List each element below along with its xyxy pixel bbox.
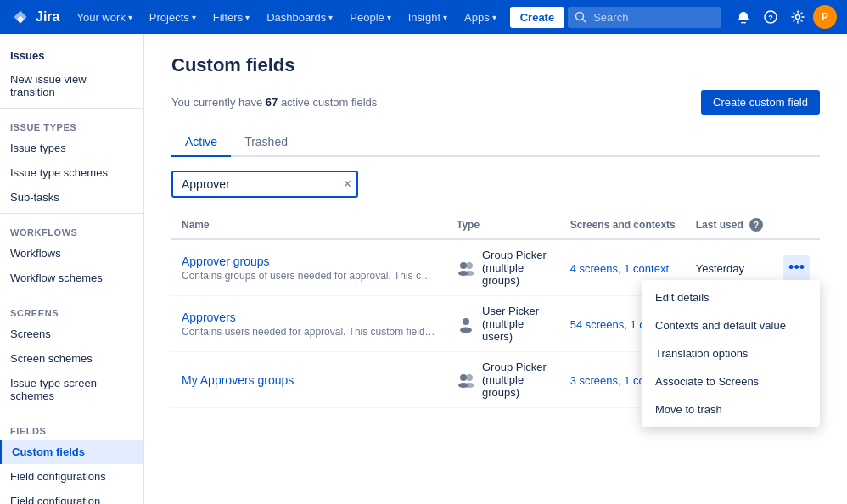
sidebar-divider	[0, 213, 143, 214]
apps-nav[interactable]: Apps ▾	[457, 8, 503, 27]
projects-nav[interactable]: Projects ▾	[143, 8, 203, 27]
type-label: Group Picker (multiple groups)	[482, 361, 550, 399]
sidebar-item-custom-fields[interactable]: Custom fields	[0, 440, 143, 464]
type-label: User Picker (multiple users)	[482, 305, 550, 343]
tab-trashed[interactable]: Trashed	[231, 128, 301, 157]
sidebar-item-new-issue-view[interactable]: New issue view transition	[0, 67, 143, 104]
sidebar-section-fields: FIELDS	[0, 416, 143, 440]
sidebar-item-screens[interactable]: Screens	[0, 322, 143, 346]
type-icon	[457, 258, 475, 278]
field-desc: Contains groups of users needed for appr…	[182, 270, 436, 282]
app-layout: Issues New issue view transition ISSUE T…	[0, 34, 847, 504]
field-name-link[interactable]: Approvers	[182, 311, 436, 324]
sidebar-divider	[0, 294, 143, 294]
avatar[interactable]: P	[813, 5, 837, 29]
svg-line-2	[583, 20, 586, 23]
chevron-down-icon: ▾	[128, 13, 132, 22]
search-clear-button[interactable]: ×	[344, 177, 351, 191]
sidebar-item-workflows[interactable]: Workflows	[0, 241, 143, 266]
chevron-down-icon: ▾	[245, 13, 250, 22]
field-search-container: ×	[171, 171, 358, 198]
last-used-value: Yesterday	[696, 262, 744, 275]
svg-text:?: ?	[768, 14, 773, 22]
jira-logo-icon	[10, 7, 31, 27]
field-type-cell: User Picker (multiple users)	[446, 296, 560, 352]
chevron-down-icon: ▾	[387, 13, 391, 22]
create-custom-field-button[interactable]: Create custom field	[701, 90, 820, 115]
sidebar-section-workflows: WORKFLOWS	[0, 217, 143, 241]
table-header: Name Type Screens and contexts Last used…	[171, 211, 820, 239]
field-search-input[interactable]	[171, 171, 358, 198]
sidebar-item-field-config-schemes[interactable]: Field configuration schemes	[0, 489, 143, 504]
help-button[interactable]: ?	[759, 5, 782, 29]
sidebar-item-sub-tasks[interactable]: Sub-tasks	[0, 185, 143, 210]
dropdown-contexts-default[interactable]: Contexts and default value	[642, 311, 820, 339]
col-actions	[773, 211, 820, 239]
logo[interactable]: Jira	[10, 7, 59, 27]
type-icon	[457, 314, 475, 334]
search-input[interactable]	[568, 7, 721, 28]
people-nav[interactable]: People ▾	[343, 8, 397, 27]
sidebar-divider	[0, 412, 143, 412]
chevron-down-icon: ▾	[443, 13, 447, 22]
sidebar-section-screens: SCREENS	[0, 298, 143, 322]
field-desc: Contains users needed for approval. This…	[182, 326, 436, 338]
col-last-used: Last used ?	[686, 211, 773, 239]
settings-button[interactable]	[786, 5, 810, 29]
field-count-text: You currently have 67 active custom fiel…	[171, 96, 377, 109]
sidebar-issues-heading: Issues	[0, 41, 143, 67]
create-button[interactable]: Create	[510, 7, 564, 28]
question-icon: ?	[764, 10, 777, 24]
field-type-cell: Group Picker (multiple groups)	[446, 352, 560, 408]
svg-point-5	[796, 15, 800, 20]
sidebar-item-issue-type-screen-schemes[interactable]: Issue type screen schemes	[0, 371, 143, 408]
tabs-container: Active Trashed	[171, 128, 820, 157]
svg-point-7	[466, 262, 473, 269]
dropdown-associate-screens[interactable]: Associate to Screens	[642, 367, 820, 395]
svg-point-9	[464, 271, 474, 276]
sidebar-item-issue-type-schemes[interactable]: Issue type schemes	[0, 160, 143, 185]
search-row: ×	[171, 171, 820, 198]
dropdown-edit-details[interactable]: Edit details	[642, 283, 820, 311]
svg-point-6	[460, 262, 467, 269]
your-work-nav[interactable]: Your work ▾	[70, 8, 138, 27]
col-type: Type	[446, 211, 560, 239]
screens-link[interactable]: 4 screens, 1 context	[570, 262, 669, 275]
sidebar-item-screen-schemes[interactable]: Screen schemes	[0, 346, 143, 371]
page-title: Custom fields	[171, 54, 820, 76]
field-name-link[interactable]: My Approvers groups	[182, 373, 436, 387]
sidebar: Issues New issue view transition ISSUE T…	[0, 34, 144, 504]
search-icon	[575, 11, 586, 23]
row-actions-dropdown: Edit details Contexts and default value …	[642, 280, 820, 427]
jira-wordmark: Jira	[36, 9, 59, 25]
svg-point-12	[460, 374, 467, 381]
dropdown-move-trash[interactable]: Move to trash	[642, 395, 820, 423]
chevron-down-icon: ▾	[192, 13, 196, 22]
last-used-help-icon[interactable]: ?	[749, 218, 763, 232]
field-name-link[interactable]: Approver groups	[182, 255, 436, 268]
notifications-button[interactable]	[732, 5, 755, 29]
type-label: Group Picker (multiple groups)	[482, 249, 550, 287]
field-count: 67	[266, 96, 278, 109]
filters-nav[interactable]: Filters ▾	[206, 8, 256, 27]
tab-active[interactable]: Active	[171, 128, 231, 157]
gear-icon	[791, 10, 805, 24]
nav-right-icons: ? P	[732, 5, 837, 29]
sidebar-item-workflow-schemes[interactable]: Workflow schemes	[0, 266, 143, 290]
svg-point-15	[464, 383, 474, 388]
dashboards-nav[interactable]: Dashboards ▾	[260, 8, 339, 27]
more-actions-button[interactable]: •••	[783, 255, 810, 280]
sidebar-section-issue-types: ISSUE TYPES	[0, 112, 143, 136]
field-name-cell: Approvers Contains users needed for appr…	[171, 296, 446, 352]
main-content: Custom fields You currently have 67 acti…	[144, 34, 847, 504]
top-navigation: Jira Your work ▾ Projects ▾ Filters ▾ Da…	[0, 0, 847, 34]
dropdown-translation[interactable]: Translation options	[642, 339, 820, 367]
insight-nav[interactable]: Insight ▾	[401, 8, 454, 27]
page-header-row: You currently have 67 active custom fiel…	[171, 90, 820, 115]
search-container	[568, 7, 721, 28]
svg-point-13	[466, 374, 473, 381]
svg-point-10	[463, 318, 469, 325]
sidebar-item-issue-types[interactable]: Issue types	[0, 136, 143, 160]
sidebar-divider	[0, 108, 143, 109]
sidebar-item-field-configurations[interactable]: Field configurations	[0, 464, 143, 489]
